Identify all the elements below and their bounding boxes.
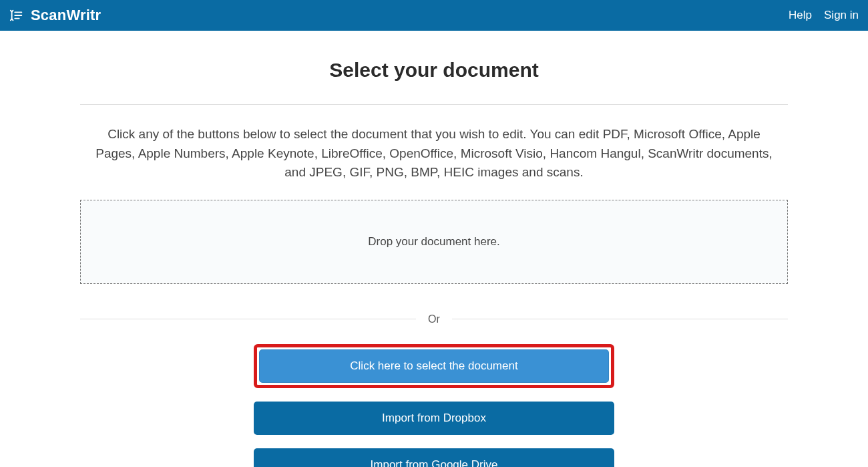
topbar-right: Help Sign in xyxy=(789,9,859,22)
divider-line-left xyxy=(80,319,416,319)
signin-link[interactable]: Sign in xyxy=(824,9,859,22)
or-divider: Or xyxy=(80,313,788,325)
main-container: Select your document Click any of the bu… xyxy=(80,59,788,467)
import-gdrive-label: Import from Google Drive xyxy=(371,458,498,468)
topbar: ScanWritr Help Sign in xyxy=(0,0,868,31)
select-document-highlight: Click here to select the document xyxy=(254,344,614,388)
brand-name: ScanWritr xyxy=(31,7,101,24)
gdrive-button-wrap: Import from Google Drive xyxy=(254,448,614,468)
divider-line-top xyxy=(80,104,788,105)
document-edit-icon xyxy=(9,8,24,23)
help-link[interactable]: Help xyxy=(789,9,812,22)
import-dropbox-button[interactable]: Import from Dropbox xyxy=(254,402,614,435)
button-stack: Click here to select the document Import… xyxy=(80,344,788,468)
dropbox-button-wrap: Import from Dropbox xyxy=(254,402,614,435)
divider-line-right xyxy=(452,319,788,319)
import-dropbox-label: Import from Dropbox xyxy=(382,412,486,425)
import-gdrive-button[interactable]: Import from Google Drive xyxy=(254,448,614,468)
select-document-button[interactable]: Click here to select the document xyxy=(259,349,609,383)
description-text: Click any of the buttons below to select… xyxy=(87,125,781,182)
drop-zone[interactable]: Drop your document here. xyxy=(80,200,788,284)
drop-zone-text: Drop your document here. xyxy=(368,235,500,248)
page-title: Select your document xyxy=(80,59,788,82)
divider-text: Or xyxy=(428,313,440,325)
select-document-label: Click here to select the document xyxy=(350,359,517,373)
brand[interactable]: ScanWritr xyxy=(9,7,101,24)
